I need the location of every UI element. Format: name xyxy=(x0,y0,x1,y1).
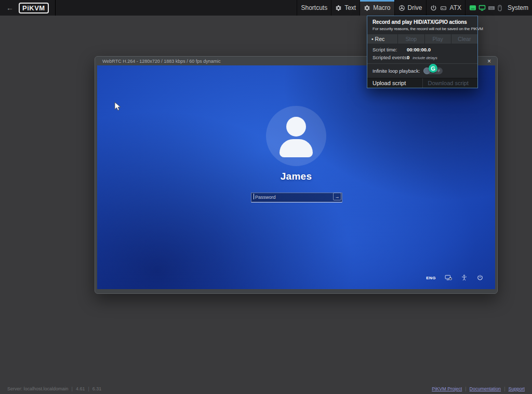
scripted-events-value: 0 xyxy=(407,55,409,60)
password-row: → xyxy=(251,192,342,201)
link-pikvm-project[interactable]: PiKVM Project xyxy=(432,386,462,391)
menu-label-atx: ATX xyxy=(450,4,461,11)
upload-script-button[interactable]: Upload script xyxy=(367,78,422,88)
navbar-menu: Shortcuts Text Macro Drive xyxy=(297,0,532,16)
navbar-left: ← PiKVM xyxy=(0,0,56,16)
mouse-indicator-icon xyxy=(497,5,502,11)
footer-links: PiKVM Project | Documentation | Support xyxy=(432,386,525,391)
macro-subtitle: For security reasons, the record will no… xyxy=(373,26,472,31)
network-icon[interactable] xyxy=(445,274,452,281)
navbar-spacer xyxy=(56,0,297,16)
link-documentation[interactable]: Documentation xyxy=(470,386,501,391)
macro-button-row: • Rec Stop Play Clear xyxy=(367,34,477,44)
top-navbar: ← PiKVM Shortcuts Text Macro Drive xyxy=(0,0,532,16)
keyboard-indicator-icon xyxy=(469,5,476,11)
footer-separator: | xyxy=(465,386,466,391)
gear-icon xyxy=(364,5,370,11)
drive-icon xyxy=(398,5,405,11)
scripted-events-note: include delays xyxy=(413,56,437,60)
macro-dropdown-footer: Upload script Download script xyxy=(367,78,477,88)
footer-separator: | xyxy=(88,386,89,391)
avatar xyxy=(266,106,326,166)
password-submit-button[interactable]: → xyxy=(333,193,341,200)
link-support[interactable]: Support xyxy=(508,386,525,391)
clear-button[interactable]: Clear xyxy=(451,34,477,44)
script-time-label: Script time: xyxy=(373,47,407,52)
footer-separator: | xyxy=(72,386,73,391)
display-indicator-icon xyxy=(478,5,486,11)
stream-window-title: WebRTC H.264 - 1280x720 / 1883 kbps / 60… xyxy=(102,59,221,64)
language-indicator[interactable]: ENG xyxy=(426,276,436,280)
system-indicators xyxy=(469,5,502,11)
script-time-value: 00:00:00.0 xyxy=(407,47,431,52)
pikvm-logo: PiKVM xyxy=(19,3,49,13)
menu-item-system[interactable]: System xyxy=(465,0,532,16)
menu-item-text[interactable]: Text xyxy=(331,0,360,16)
gear-icon xyxy=(335,5,342,11)
macro-title: Record and play HID/ATX/GPIO actions xyxy=(373,19,472,25)
download-script-button[interactable]: Download script xyxy=(422,78,478,88)
remote-screen-video[interactable]: James → ENG xyxy=(97,65,495,289)
loop-playback-row: Infinite loop playback: OFF xyxy=(367,64,477,78)
avatar-person-icon xyxy=(286,117,306,137)
text-caret xyxy=(254,194,254,199)
status-bar: Server: localhost.localdomain | 4.61 | 6… xyxy=(0,383,532,394)
menu-label-text: Text xyxy=(344,4,356,11)
play-button[interactable]: Play xyxy=(424,34,451,44)
mouse-cursor-icon xyxy=(114,102,121,114)
power-icon[interactable] xyxy=(476,274,484,281)
rec-button[interactable]: • Rec xyxy=(367,34,397,44)
server-info: Server: localhost.localdomain xyxy=(7,386,69,391)
avatar-person-body xyxy=(280,139,313,157)
scripted-events-label: Scripted events: xyxy=(373,55,407,60)
stream-window: WebRTC H.264 - 1280x720 / 1883 kbps / 60… xyxy=(95,56,498,294)
macro-info-section: Script time: 00:00:00.0 Scripted events:… xyxy=(367,44,477,63)
accessibility-icon[interactable] xyxy=(461,274,468,281)
menu-label-macro: Macro xyxy=(373,4,390,11)
back-arrow-icon[interactable]: ← xyxy=(6,4,14,12)
power-icon xyxy=(430,5,437,11)
menu-item-macro[interactable]: Macro xyxy=(360,0,394,16)
close-icon[interactable]: × xyxy=(486,58,492,64)
menu-label-system: System xyxy=(508,4,528,11)
login-tray: ENG xyxy=(426,274,484,281)
macro-dropdown-panel: Record and play HID/ATX/GPIO actions For… xyxy=(367,16,478,88)
version-secondary: 6.31 xyxy=(92,386,102,391)
version-primary: 4.61 xyxy=(76,386,85,391)
loop-playback-label: Infinite loop playback: xyxy=(373,68,420,74)
menu-item-atx[interactable]: ATX xyxy=(426,0,465,16)
menu-item-shortcuts[interactable]: Shortcuts xyxy=(297,0,331,16)
password-input[interactable] xyxy=(251,193,342,202)
footer-separator: | xyxy=(504,386,505,391)
macro-dropdown-header: Record and play HID/ATX/GPIO actions For… xyxy=(367,16,477,34)
menu-label-shortcuts: Shortcuts xyxy=(301,4,327,11)
psu-box-icon xyxy=(440,5,447,11)
menu-item-drive[interactable]: Drive xyxy=(394,0,426,16)
menu-label-drive: Drive xyxy=(408,4,422,11)
hid-keyboard-icon xyxy=(488,5,495,11)
grammarly-icon[interactable]: G xyxy=(429,64,437,73)
login-username: James xyxy=(97,171,495,182)
stop-button[interactable]: Stop xyxy=(397,34,424,44)
